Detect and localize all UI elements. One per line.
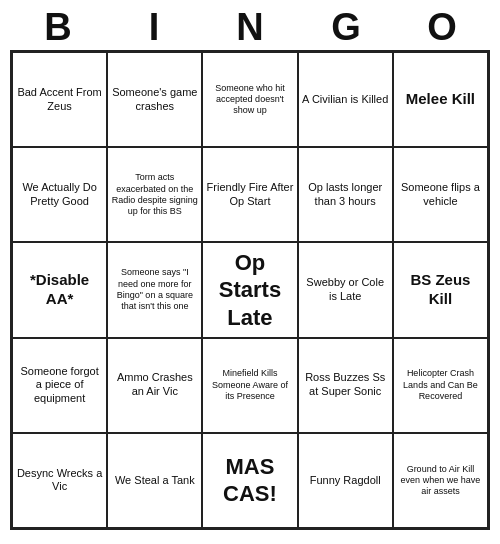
bingo-cell-24[interactable]: Ground to Air Kill even when we have air… — [393, 433, 488, 528]
letter-b: B — [10, 8, 106, 46]
bingo-cell-3[interactable]: A Civilian is Killed — [298, 52, 393, 147]
bingo-cell-21[interactable]: We Steal a Tank — [107, 433, 202, 528]
bingo-cell-18[interactable]: Ross Buzzes Ss at Super Sonic — [298, 338, 393, 433]
bingo-cell-12[interactable]: Op Starts Late — [202, 242, 297, 337]
bingo-cell-11[interactable]: Someone says "I need one more for Bingo"… — [107, 242, 202, 337]
bingo-cell-17[interactable]: Minefield Kills Someone Aware of its Pre… — [202, 338, 297, 433]
letter-o: O — [394, 8, 490, 46]
bingo-cell-15[interactable]: Someone forgot a piece of equipment — [12, 338, 107, 433]
bingo-cell-23[interactable]: Funny Ragdoll — [298, 433, 393, 528]
bingo-cell-0[interactable]: Bad Accent From Zeus — [12, 52, 107, 147]
bingo-cell-2[interactable]: Someone who hit accepted doesn't show up — [202, 52, 297, 147]
bingo-cell-5[interactable]: We Actually Do Pretty Good — [12, 147, 107, 242]
bingo-cell-16[interactable]: Ammo Crashes an Air Vic — [107, 338, 202, 433]
bingo-cell-19[interactable]: Helicopter Crash Lands and Can Be Recove… — [393, 338, 488, 433]
bingo-cell-14[interactable]: BS Zeus Kill — [393, 242, 488, 337]
bingo-cell-6[interactable]: Torm acts exacerbated on the Radio despi… — [107, 147, 202, 242]
bingo-cell-7[interactable]: Friendly Fire After Op Start — [202, 147, 297, 242]
bingo-cell-20[interactable]: Desync Wrecks a Vic — [12, 433, 107, 528]
bingo-cell-9[interactable]: Someone flips a vehicle — [393, 147, 488, 242]
bingo-header: B I N G O — [10, 8, 490, 46]
bingo-cell-22[interactable]: MAS CAS! — [202, 433, 297, 528]
bingo-cell-1[interactable]: Someone's game crashes — [107, 52, 202, 147]
letter-n: N — [202, 8, 298, 46]
bingo-cell-13[interactable]: Swebby or Cole is Late — [298, 242, 393, 337]
bingo-grid: Bad Accent From ZeusSomeone's game crash… — [10, 50, 490, 530]
letter-i: I — [106, 8, 202, 46]
bingo-cell-8[interactable]: Op lasts longer than 3 hours — [298, 147, 393, 242]
bingo-cell-4[interactable]: Melee Kill — [393, 52, 488, 147]
bingo-cell-10[interactable]: *Disable AA* — [12, 242, 107, 337]
letter-g: G — [298, 8, 394, 46]
